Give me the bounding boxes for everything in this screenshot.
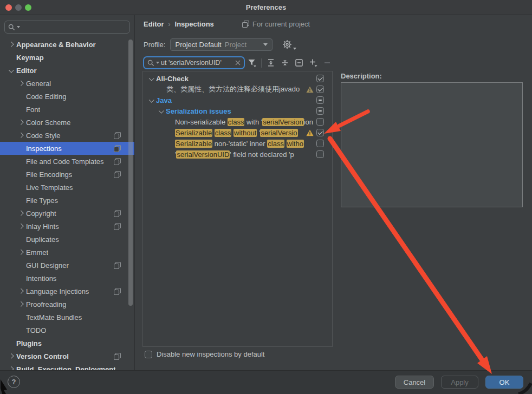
collapse-all-button[interactable] (278, 56, 292, 69)
search-history-caret-icon (156, 62, 159, 64)
text-segment: Ali-Check (156, 75, 189, 83)
chevron-right-icon[interactable] (16, 290, 26, 293)
inspections-search-input[interactable] (161, 59, 233, 67)
inspection-row-serializable-inner-class[interactable]: Serializable non-'static' inner class wi… (143, 138, 332, 149)
sidebar-item-label: Proofreading (26, 300, 66, 308)
inspection-row-ali-javadoc-rule[interactable]: 类、类属性、类方法的注释必须使用javado (143, 84, 332, 95)
profile-dropdown[interactable]: Project Default Project (170, 38, 273, 51)
sidebar-item-textmate-bundles[interactable]: TextMate Bundles (0, 311, 135, 324)
inspection-enabled-checkbox[interactable] (316, 140, 324, 147)
chevron-right-icon[interactable] (16, 212, 26, 215)
inspection-enabled-checkbox[interactable] (316, 150, 324, 158)
sidebar-item-code-style[interactable]: Code Style (0, 129, 135, 142)
ok-button[interactable]: OK (485, 376, 523, 389)
sidebar-item-proofreading[interactable]: Proofreading (0, 298, 135, 311)
chevron-down-icon[interactable] (7, 69, 16, 73)
sidebar-scrollbar[interactable] (128, 40, 133, 306)
chevron-right-icon[interactable] (16, 225, 26, 228)
sidebar-item-intentions[interactable]: Intentions (0, 272, 135, 285)
chevron-right-icon[interactable] (7, 354, 16, 358)
sidebar-item-plugins[interactable]: Plugins (0, 337, 135, 350)
sidebar-item-appearance-behavior[interactable]: Appearance & Behavior (0, 38, 135, 51)
settings-search-field[interactable] (4, 21, 130, 34)
project-level-icon (114, 171, 121, 178)
sidebar-item-file-and-code-templates[interactable]: File and Code Templates (0, 155, 135, 168)
sidebar-item-file-types[interactable]: File Types (0, 194, 135, 207)
inspection-row-serializable-class-without[interactable]: Serializable class without 'serialVersio (143, 127, 332, 138)
sidebar-item-font[interactable]: Font (0, 103, 135, 116)
sidebar-item-todo[interactable]: TODO (0, 324, 135, 337)
disable-new-inspections-row: Disable new inspections by default (145, 350, 264, 358)
inspection-enabled-checkbox[interactable] (316, 96, 324, 104)
inspection-enabled-checkbox[interactable] (316, 86, 324, 93)
reset-inspection-button[interactable] (292, 56, 306, 69)
inspection-enabled-checkbox[interactable] (316, 129, 324, 136)
plus-icon (308, 58, 318, 68)
sidebar-item-color-scheme[interactable]: Color Scheme (0, 116, 135, 129)
sidebar-item-language-injections[interactable]: Language Injections (0, 285, 135, 298)
inspection-row-text: Java (156, 96, 315, 104)
sidebar-item-gui-designer[interactable]: GUI Designer (0, 259, 135, 272)
sidebar-item-label: Inspections (26, 145, 62, 153)
help-button[interactable]: ? (8, 376, 20, 388)
inspections-search-field[interactable] (143, 56, 245, 69)
sidebar-item-emmet[interactable]: Emmet (0, 246, 135, 259)
sidebar-item-editor[interactable]: Editor (0, 64, 135, 77)
inspection-enabled-checkbox[interactable] (316, 118, 324, 126)
chevron-down-icon[interactable] (147, 77, 156, 81)
inspection-row-text: 类、类属性、类方法的注释必须使用javado (166, 84, 304, 94)
sidebar-item-build-execution-deployment[interactable]: Build, Execution, Deployment (0, 363, 135, 370)
expand-all-button[interactable] (264, 56, 278, 69)
search-match-highlight: witho (287, 140, 304, 148)
sidebar-item-general[interactable]: General (0, 77, 135, 90)
inspection-row-serialization-issues-group[interactable]: Serialization issues (143, 106, 332, 116)
sidebar-item-label: Copyright (26, 209, 56, 218)
settings-search-input[interactable] (22, 23, 126, 31)
chevron-right-icon[interactable] (16, 303, 26, 306)
profile-actions-button[interactable] (282, 40, 296, 50)
search-icon (8, 24, 15, 31)
breadcrumb-editor[interactable]: Editor (144, 20, 164, 28)
sidebar-item-copyright[interactable]: Copyright (0, 207, 135, 220)
sidebar-item-label: Intentions (26, 274, 56, 283)
chevron-right-icon[interactable] (7, 43, 16, 47)
remove-inspection-button[interactable] (320, 56, 334, 69)
inspection-row-non-serializable-class[interactable]: Non-serializable class with 'serialVersi… (143, 116, 332, 127)
inspection-row-ali-check-group[interactable]: Ali-Check (143, 73, 332, 84)
chevron-down-icon[interactable] (157, 109, 166, 113)
disable-new-inspections-checkbox[interactable] (145, 351, 152, 358)
expand-all-icon (267, 58, 275, 67)
inspection-enabled-checkbox[interactable] (316, 75, 324, 82)
sidebar-item-duplicates[interactable]: Duplicates (0, 233, 135, 246)
sidebar-item-code-editing[interactable]: Code Editing (0, 90, 135, 103)
sidebar-item-label: GUI Designer (26, 261, 69, 270)
sidebar-item-keymap[interactable]: Keymap (0, 51, 135, 64)
project-level-icon (114, 353, 121, 360)
project-level-icon (114, 158, 121, 165)
chevron-right-icon[interactable] (16, 251, 26, 254)
add-inspection-button[interactable] (306, 56, 320, 69)
clear-search-icon[interactable] (235, 60, 241, 65)
chevron-right-icon[interactable] (16, 82, 26, 86)
inspection-row-text: 'serialVersionUID' field not declared 'p (175, 150, 315, 159)
settings-tree: Appearance & BehaviorKeymapEditorGeneral… (0, 38, 135, 370)
apply-button[interactable]: Apply (441, 376, 478, 389)
filter-inspections-button[interactable] (245, 56, 259, 69)
chevron-down-icon[interactable] (147, 98, 156, 102)
breadcrumb-separator: › (168, 21, 171, 28)
sidebar-item-file-encodings[interactable]: File Encodings (0, 168, 135, 181)
warning-triangle-icon (306, 86, 314, 93)
sidebar-item-live-templates[interactable]: Live Templates (0, 181, 135, 194)
search-match-highlight: Serializable (175, 129, 212, 137)
inspection-enabled-checkbox[interactable] (316, 107, 324, 115)
text-segment: Non-serializable (175, 118, 228, 126)
sidebar-item-version-control[interactable]: Version Control (0, 350, 135, 363)
inspection-row-serialversionuid-field[interactable]: 'serialVersionUID' field not declared 'p (143, 149, 332, 160)
profile-label: Profile: (144, 41, 165, 49)
chevron-right-icon[interactable] (16, 121, 26, 124)
cancel-button[interactable]: Cancel (395, 376, 434, 389)
chevron-right-icon[interactable] (16, 134, 26, 137)
sidebar-item-inspections[interactable]: Inspections (0, 142, 135, 155)
sidebar-item-inlay-hints[interactable]: Inlay Hints (0, 220, 135, 233)
inspection-row-java-group[interactable]: Java (143, 95, 332, 106)
